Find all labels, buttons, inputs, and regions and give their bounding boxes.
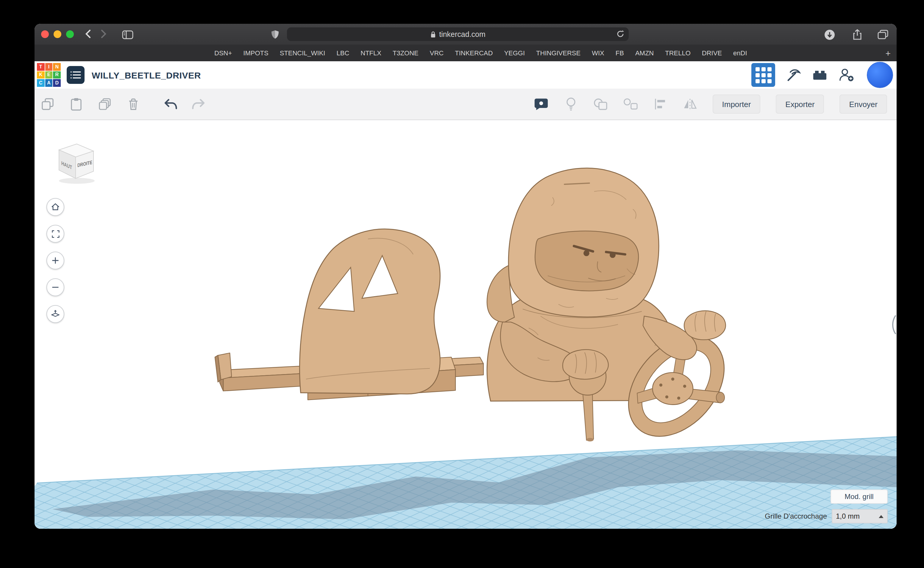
snap-grid-controls: Grille D'accrochage 1,0 mm: [765, 509, 888, 523]
bookmark-item[interactable]: enDI: [733, 49, 747, 56]
account-avatar[interactable]: [867, 62, 893, 88]
bookmark-item[interactable]: LBC: [336, 49, 349, 56]
logo-letter: A: [45, 79, 52, 87]
paste-icon[interactable]: [69, 97, 83, 111]
bookmarks-bar: DSN+ IMPOTS STENCIL_WIKI LBC NTFLX T3ZON…: [35, 45, 897, 61]
bookmark-item[interactable]: DRIVE: [702, 49, 722, 56]
snap-grid-dropdown[interactable]: 1,0 mm: [832, 509, 888, 523]
logo-letter: I: [45, 63, 52, 71]
edit-grid-button[interactable]: Mod. grill: [830, 489, 888, 504]
bookmark-item[interactable]: DSN+: [214, 49, 232, 56]
screen: tinkercad.com DSN+ IMPOTS STENCIL_WIKI L…: [0, 0, 924, 568]
duplicate-icon[interactable]: [98, 97, 112, 111]
snap-grid-value: 1,0 mm: [836, 512, 860, 520]
logo-letter: C: [37, 79, 44, 87]
share-icon[interactable]: [850, 27, 865, 42]
browser-titlebar: tinkercad.com: [35, 24, 897, 45]
bookmark-item[interactable]: FB: [616, 49, 624, 56]
fit-view-button[interactable]: [47, 225, 64, 243]
bookmark-item[interactable]: IMPOTS: [243, 49, 268, 56]
minimize-window-button[interactable]: [54, 30, 61, 38]
zoom-window-button[interactable]: [66, 30, 74, 38]
reload-icon[interactable]: [616, 30, 624, 38]
bookmark-item[interactable]: YEGGI: [504, 49, 525, 56]
add-bookmark-icon[interactable]: +: [885, 48, 891, 58]
zoom-out-button[interactable]: [47, 278, 64, 296]
forward-button[interactable]: [97, 27, 110, 41]
lock-icon: [430, 31, 436, 38]
add-user-icon[interactable]: [838, 66, 856, 84]
design-title[interactable]: WILLY_BEETLE_DRIVER: [92, 70, 201, 80]
notes-icon[interactable]: [534, 97, 548, 111]
logo-letter: N: [53, 63, 61, 71]
bookmark-item[interactable]: STENCIL_WIKI: [280, 49, 326, 56]
group-icon[interactable]: [594, 97, 608, 111]
back-button[interactable]: [81, 27, 94, 41]
logo-letter: R: [53, 71, 61, 79]
scene-3d: [35, 120, 897, 529]
home-view-button[interactable]: [47, 198, 64, 216]
snap-grid-label: Grille D'accrochage: [765, 512, 827, 520]
browser-window: tinkercad.com DSN+ IMPOTS STENCIL_WIKI L…: [35, 24, 897, 529]
align-icon[interactable]: [653, 97, 667, 111]
dropdown-arrow-icon: [879, 515, 883, 518]
design-canvas[interactable]: HAUT DROITE: [35, 120, 897, 529]
delete-icon[interactable]: [126, 97, 141, 111]
bookmark-item[interactable]: NTFLX: [361, 49, 381, 56]
mirror-icon[interactable]: [683, 97, 697, 111]
minecraft-pickaxe-icon[interactable]: [784, 66, 802, 84]
ungroup-icon[interactable]: [623, 97, 638, 111]
lightbulb-icon[interactable]: [564, 97, 578, 111]
blocks-view-button[interactable]: [751, 63, 775, 87]
sidebar-toggle-icon[interactable]: [120, 27, 135, 42]
edit-toolbar: Importer Exporter Envoyer: [35, 89, 897, 120]
bookmark-item[interactable]: WIX: [592, 49, 604, 56]
app-header: T I N K E R C A D WILLY_BEETLE_DRIVER: [35, 61, 897, 89]
downloads-icon[interactable]: [822, 27, 836, 42]
undo-icon[interactable]: [163, 97, 177, 111]
tinkercad-logo[interactable]: T I N K E R C A D: [37, 63, 61, 87]
view-controls: [47, 198, 64, 323]
copy-icon[interactable]: [41, 97, 55, 111]
import-button[interactable]: Importer: [713, 95, 760, 113]
lego-brick-icon[interactable]: [811, 66, 829, 84]
redo-icon[interactable]: [192, 97, 206, 111]
close-window-button[interactable]: [41, 30, 49, 38]
bookmark-item[interactable]: VRC: [430, 49, 444, 56]
design-menu-button[interactable]: [67, 66, 85, 84]
export-button[interactable]: Exporter: [776, 95, 824, 113]
view-cube[interactable]: HAUT DROITE: [51, 138, 98, 186]
tabs-overview-icon[interactable]: [876, 27, 890, 42]
model-seat[interactable]: [300, 229, 440, 394]
bookmark-item[interactable]: TINKERCAD: [455, 49, 493, 56]
logo-letter: E: [45, 71, 52, 79]
bookmark-item[interactable]: THINGIVERSE: [536, 49, 580, 56]
logo-letter: T: [37, 63, 44, 71]
bookmark-item[interactable]: TRELLO: [665, 49, 691, 56]
bookmark-item[interactable]: T3ZONE: [392, 49, 418, 56]
bookmark-item[interactable]: AMZN: [635, 49, 654, 56]
address-bar[interactable]: tinkercad.com: [287, 27, 629, 41]
url-text: tinkercad.com: [439, 30, 486, 38]
perspective-toggle-button[interactable]: [47, 305, 64, 323]
zoom-in-button[interactable]: [47, 252, 64, 269]
privacy-shield-icon[interactable]: [268, 27, 282, 42]
panel-expand-handle[interactable]: [888, 313, 897, 337]
logo-letter: K: [37, 71, 44, 79]
logo-letter: D: [53, 79, 61, 87]
send-button[interactable]: Envoyer: [840, 95, 887, 113]
